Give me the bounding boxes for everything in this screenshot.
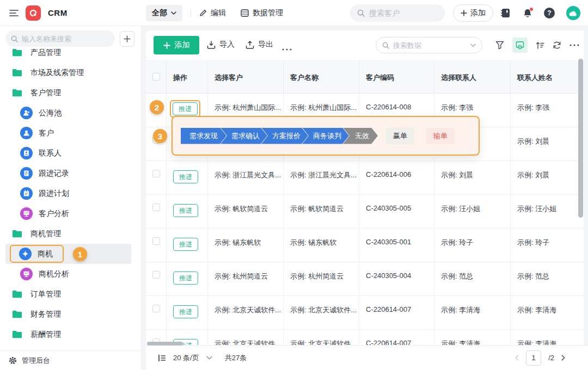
column-header[interactable]: 联系人姓名	[510, 60, 588, 93]
table-row: 推进示例: 锡东帆软示例: 锡东帆软C-240305-001示例: 玲子示例: …	[146, 229, 588, 262]
sidebar-item[interactable]: 跟进计划	[5, 183, 131, 203]
row-checkbox[interactable]	[152, 170, 160, 177]
help-icon[interactable]: ?	[544, 8, 555, 18]
sidebar-item[interactable]: 商机分析	[5, 264, 131, 284]
data-management-button[interactable]: 数据管理	[241, 8, 283, 18]
stage-chevron[interactable]: 需求确认	[220, 128, 267, 144]
data-search-input[interactable]	[393, 41, 457, 50]
hamburger-menu-icon[interactable]	[9, 9, 19, 17]
cell-contact: 示例: 玲子	[434, 229, 510, 262]
app-logo[interactable]	[26, 5, 41, 21]
add-record-button[interactable]: 添加	[154, 36, 199, 54]
horizontal-scrollbar-thumb[interactable]	[147, 342, 183, 346]
content-card: 添加 导入 导出	[146, 30, 588, 370]
cell-contact: 示例: 李清海	[434, 330, 510, 345]
top-bar-left: CRM	[0, 5, 142, 21]
sidebar-item-label: 商机管理	[30, 229, 61, 239]
column-header[interactable]: 选择联系人	[434, 60, 510, 93]
row-checkbox[interactable]	[152, 237, 160, 245]
user-avatar[interactable]	[566, 6, 580, 20]
row-checkbox[interactable]	[152, 271, 160, 279]
advance-button[interactable]: 推进	[173, 238, 198, 251]
column-header[interactable]: 选择客户	[207, 60, 283, 93]
annotation-badge-1: 1	[73, 247, 87, 261]
column-header[interactable]: 客户名称	[283, 60, 359, 93]
cell-customer-code: C-240305-004	[359, 262, 434, 295]
sidebar-item[interactable]: 商机	[5, 244, 131, 264]
data-search-box[interactable]	[376, 37, 482, 53]
advance-button[interactable]: 推进	[173, 102, 198, 115]
current-page-box[interactable]: 1	[526, 350, 541, 366]
bell-icon[interactable]	[523, 8, 532, 18]
edit-button[interactable]: 编辑	[199, 8, 226, 18]
customer-search-box[interactable]	[350, 4, 445, 22]
gear-icon	[9, 356, 17, 365]
row-checkbox[interactable]	[152, 203, 160, 211]
action-cell: 推进	[166, 296, 207, 329]
lose-chip[interactable]: 输单	[426, 128, 455, 144]
export-button[interactable]: 导出	[246, 40, 273, 50]
cell-customer-code: C-240305-005	[359, 195, 434, 228]
sidebar-item[interactable]: 财务管理	[5, 304, 131, 324]
sidebar-item[interactable]: 客户	[5, 123, 131, 143]
chevron-down-icon[interactable]	[470, 44, 476, 47]
sidebar-item[interactable]: 订单管理	[5, 284, 131, 304]
sidebar-item-label: 市场及线索管理	[30, 68, 84, 78]
import-button[interactable]: 导入	[207, 40, 235, 50]
scope-dropdown[interactable]: 全部	[146, 5, 182, 21]
book-icon[interactable]	[500, 8, 511, 18]
sidebar-search-input[interactable]	[22, 35, 90, 43]
page-size-label[interactable]: 20 条/页	[173, 353, 199, 363]
cell-customer-code: C-240305-001	[359, 229, 434, 262]
column-header[interactable]: 操作	[166, 60, 207, 93]
table-toolbar: 添加 导入 导出	[146, 30, 588, 60]
annotation-badge-3: 3	[153, 129, 167, 143]
sidebar-item[interactable]: 客户管理	[5, 83, 131, 103]
field-visibility-icon[interactable]	[512, 38, 528, 53]
scope-label: 全部	[152, 8, 167, 18]
advance-button[interactable]: 推进	[173, 204, 198, 217]
sidebar-item[interactable]: 商机管理	[5, 224, 131, 244]
admin-backend-button[interactable]: 管理后台	[0, 350, 141, 370]
select-all-checkbox[interactable]	[152, 73, 160, 81]
sidebar-item[interactable]: 产品管理	[5, 42, 131, 63]
action-cell: 推进	[166, 161, 207, 194]
folder-icon	[12, 89, 22, 97]
advance-button[interactable]: 推进	[173, 272, 198, 285]
next-page-icon[interactable]	[561, 355, 565, 361]
more-actions-icon[interactable]	[282, 44, 292, 52]
top-bar: CRM 全部 编辑 数据管理 添加 ?	[0, 0, 588, 26]
record-icon	[20, 167, 33, 180]
stage-chevron[interactable]: 方案报价	[261, 128, 308, 144]
sidebar-item-label: 跟进计划	[39, 189, 69, 199]
win-chip[interactable]: 赢单	[386, 128, 414, 144]
column-header[interactable]: 客户编码	[359, 60, 434, 93]
sidebar-item[interactable]: 跟进记录	[5, 163, 131, 183]
sidebar-item[interactable]: 客户分析	[5, 203, 131, 224]
vertical-scrollbar-thumb[interactable]	[578, 59, 583, 218]
advance-button[interactable]: 推进	[173, 170, 198, 183]
chevron-down-icon[interactable]	[206, 356, 212, 360]
sidebar-item[interactable]: 联系人	[5, 143, 131, 163]
advance-button-wrap: 推进	[173, 238, 198, 251]
refresh-icon[interactable]	[553, 41, 561, 50]
row-checkbox[interactable]	[152, 305, 160, 312]
filter-icon[interactable]	[495, 41, 504, 50]
advance-button[interactable]: 推进	[173, 305, 198, 318]
stage-chevron[interactable]: 需求发现	[181, 128, 226, 144]
sidebar-item[interactable]: 公海池	[5, 103, 131, 123]
sidebar-item[interactable]: 市场及线索管理	[5, 63, 131, 83]
cell-customer-name: 示例: 北京天诚软件...	[283, 330, 359, 345]
stage-chevron[interactable]: 商务谈判	[302, 128, 349, 144]
cell-customer: 示例: 杭州简道云	[207, 262, 283, 295]
prev-page-icon[interactable]	[515, 355, 519, 361]
more-options-icon[interactable]	[569, 44, 579, 46]
table-tool-icons	[495, 38, 579, 53]
cell-contact-name: 示例: 李强	[510, 94, 588, 127]
sort-icon[interactable]	[536, 41, 544, 49]
action-cell: 推进	[166, 229, 207, 262]
top-add-button[interactable]: 添加	[453, 4, 493, 22]
table-header-row: 操作选择客户客户名称客户编码选择联系人联系人姓名	[146, 60, 588, 94]
customer-search-input[interactable]	[369, 9, 424, 17]
sidebar-item[interactable]: 薪酬管理	[5, 324, 131, 344]
